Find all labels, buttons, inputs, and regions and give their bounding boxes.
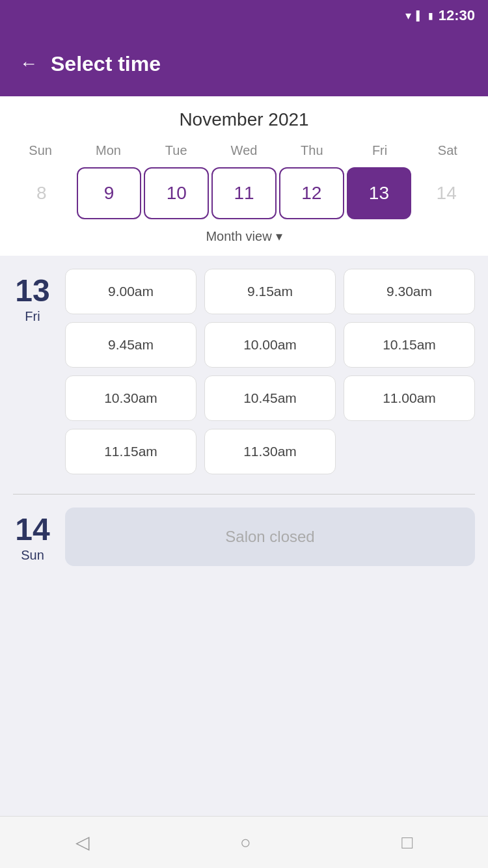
weekday-label: Tue	[142, 141, 210, 161]
time-slot-button[interactable]: 10.30am	[65, 375, 197, 421]
day-block: 13Fri9.00am9.15am9.30am9.45am10.00am10.1…	[13, 269, 475, 474]
day-number: 14	[15, 514, 49, 545]
status-time: 12:30	[439, 7, 475, 24]
weekday-label: Thu	[278, 141, 346, 161]
time-slot-button[interactable]: 11.15am	[65, 429, 197, 474]
status-icons: 12:30	[405, 7, 475, 24]
time-slot-button[interactable]: 9.15am	[204, 269, 336, 314]
day-cell: 8	[9, 167, 74, 219]
weekdays-row: SunMonTueWedThuFriSat	[7, 141, 481, 161]
day-label: 13Fri	[13, 269, 52, 474]
time-slot-button[interactable]: 11.30am	[204, 429, 336, 474]
wifi-icon	[405, 8, 411, 23]
slots-grid: 9.00am9.15am9.30am9.45am10.00am10.15am10…	[65, 269, 475, 474]
day-label: 14Sun	[13, 508, 52, 566]
back-button[interactable]: ←	[20, 53, 38, 74]
nav-back-icon[interactable]	[75, 832, 90, 853]
header: ← Select time	[0, 31, 488, 96]
day-cell[interactable]: 12	[279, 167, 344, 219]
day-name: Sun	[21, 548, 44, 563]
time-slot-button[interactable]: 9.30am	[344, 269, 475, 314]
nav-home-icon[interactable]	[240, 832, 251, 853]
time-slot-button[interactable]: 10.00am	[204, 322, 336, 368]
battery-icon	[428, 10, 433, 21]
day-cell[interactable]: 13	[347, 167, 412, 219]
closed-label: Salon closed	[225, 528, 314, 546]
timeslots-section: 13Fri9.00am9.15am9.30am9.45am10.00am10.1…	[0, 256, 488, 816]
calendar-section: November 2021 SunMonTueWedThuFriSat 8910…	[0, 96, 488, 256]
status-bar: 12:30	[0, 0, 488, 31]
nav-recent-icon[interactable]	[401, 832, 413, 853]
day-cell: 14	[414, 167, 479, 219]
weekday-label: Sun	[7, 141, 74, 161]
divider	[13, 494, 475, 495]
days-row: 891011121314	[7, 167, 481, 219]
month-year-label: November 2021	[7, 109, 481, 130]
closed-box: Salon closed	[65, 508, 475, 566]
month-view-toggle[interactable]: Month view ▾	[7, 219, 481, 249]
day-cell[interactable]: 10	[144, 167, 209, 219]
page-title: Select time	[51, 52, 161, 76]
day-block: 14SunSalon closed	[13, 508, 475, 566]
back-icon: ←	[20, 53, 38, 74]
time-slot-button[interactable]: 9.00am	[65, 269, 197, 314]
weekday-label: Wed	[210, 141, 278, 161]
weekday-label: Mon	[74, 141, 142, 161]
day-cell[interactable]: 11	[211, 167, 277, 219]
nav-bar	[0, 816, 488, 868]
time-slot-button[interactable]: 10.15am	[344, 322, 475, 368]
month-view-label: Month view	[206, 229, 271, 244]
chevron-down-icon: ▾	[276, 228, 282, 244]
time-slot-button[interactable]: 9.45am	[65, 322, 197, 368]
weekday-label: Sat	[414, 141, 481, 161]
day-number: 13	[15, 275, 49, 306]
signal-icon	[416, 10, 423, 21]
day-cell[interactable]: 9	[77, 167, 142, 219]
day-name: Fri	[25, 309, 40, 324]
time-slot-button[interactable]: 10.45am	[204, 375, 336, 421]
weekday-label: Fri	[346, 141, 413, 161]
time-slot-button[interactable]: 11.00am	[344, 375, 475, 421]
